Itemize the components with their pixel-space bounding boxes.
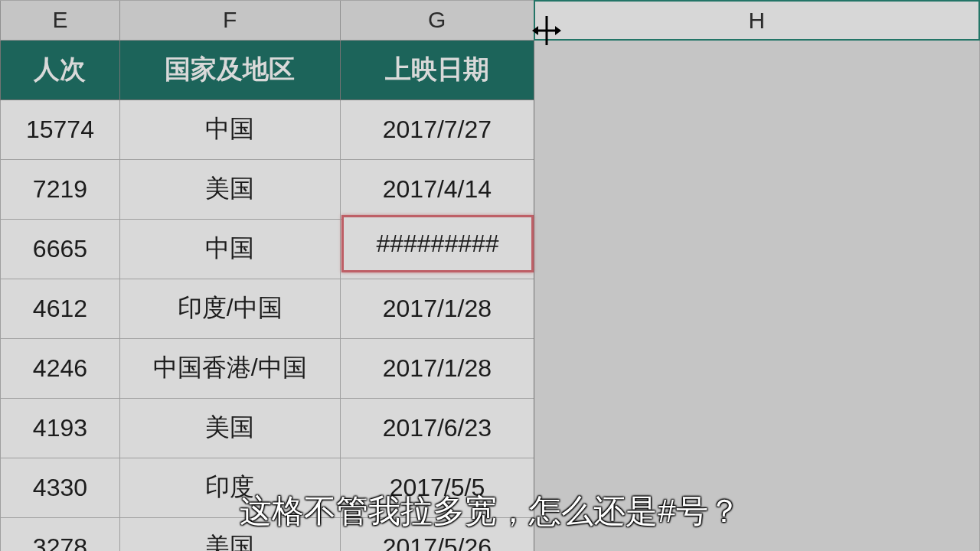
cell-date[interactable]: 2017/1/28	[340, 338, 534, 398]
cell-date[interactable]: 2017/1/28	[340, 279, 534, 338]
cell-date[interactable]: 2017/6/23	[340, 398, 534, 458]
video-subtitle: 这格不管我拉多宽，怎么还是#号？	[0, 490, 980, 533]
cell-count[interactable]: 15774	[1, 99, 120, 159]
cell-region[interactable]: 中国香港/中国	[119, 338, 340, 398]
column-header-row: E F G H	[1, 1, 980, 40]
cell-count[interactable]: 7219	[1, 159, 120, 219]
cell-date[interactable]: 2017/7/27	[340, 99, 534, 159]
overflow-highlight[interactable]: #########	[341, 215, 534, 272]
col-header-g[interactable]: G	[340, 1, 534, 40]
col-header-h[interactable]: H	[534, 1, 979, 40]
cell-count[interactable]: 6665	[1, 219, 120, 279]
cell-count[interactable]: 4612	[1, 279, 120, 338]
cell-date[interactable]: 2017/4/14	[340, 159, 534, 219]
table-header-row: 人次 国家及地区 上映日期	[1, 40, 980, 99]
cell-count[interactable]: 4246	[1, 338, 120, 398]
col-header-e[interactable]: E	[1, 1, 120, 40]
cell-region[interactable]: 中国	[119, 219, 340, 279]
cell-region[interactable]: 中国	[119, 99, 340, 159]
header-cell-count[interactable]: 人次	[1, 40, 120, 99]
spreadsheet: E F G H 人次 国家及地区 上映日期 15774 中国 2017/7/27…	[0, 0, 980, 551]
cell-region[interactable]: 印度/中国	[119, 279, 340, 338]
cell-region[interactable]: 美国	[119, 398, 340, 458]
header-cell-region[interactable]: 国家及地区	[119, 40, 340, 99]
cell-region[interactable]: 美国	[119, 159, 340, 219]
cell-count[interactable]: 4193	[1, 398, 120, 458]
header-cell-date[interactable]: 上映日期	[340, 40, 534, 99]
col-header-f[interactable]: F	[119, 1, 340, 40]
empty-area[interactable]	[534, 40, 979, 551]
